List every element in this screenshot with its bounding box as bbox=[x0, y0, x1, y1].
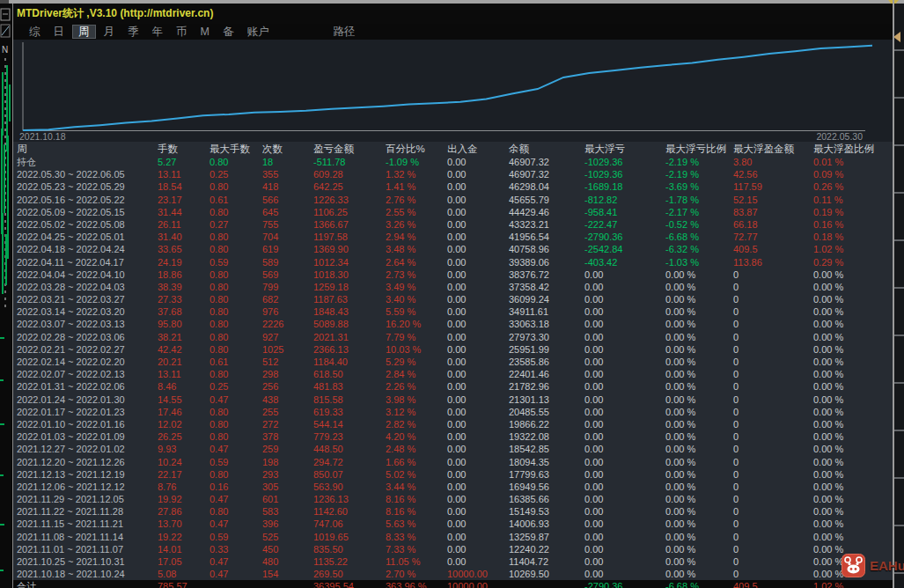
column-header[interactable]: 最大浮盈比例 bbox=[813, 142, 893, 156]
table-row[interactable]: 2022.05.30 ~ 2022.06.0513.110.25355609.2… bbox=[13, 168, 893, 180]
cell: 0.80 bbox=[209, 468, 262, 481]
cell: 40758.96 bbox=[509, 243, 584, 255]
menu-item-日[interactable]: 日 bbox=[48, 25, 70, 39]
table-row[interactable]: 2021.12.27 ~ 2022.01.029.930.47259448.50… bbox=[13, 443, 893, 455]
table-row[interactable]: 2022.03.07 ~ 2022.03.1395.800.8022265089… bbox=[13, 318, 893, 330]
table-row[interactable]: 2022.05.23 ~ 2022.05.2918.540.80418642.2… bbox=[13, 180, 893, 193]
table-row[interactable]: 2022.03.21 ~ 2022.03.2727.330.806821187.… bbox=[13, 293, 893, 305]
menu-item-M[interactable]: M bbox=[195, 25, 215, 39]
menu-item-账户[interactable]: 账户 bbox=[241, 25, 274, 39]
cell: 0.00 bbox=[447, 380, 509, 393]
table-row[interactable]: 2022.05.09 ~ 2022.05.1531.440.806451106.… bbox=[13, 206, 893, 218]
cell: -1.03 % bbox=[665, 256, 733, 268]
column-header[interactable]: 盈亏金额 bbox=[313, 142, 386, 156]
table-row[interactable]: 2022.04.11 ~ 2022.04.1724.190.595891012.… bbox=[13, 256, 893, 268]
menu-item-周[interactable]: 周 bbox=[72, 25, 96, 39]
cell: 2.26 % bbox=[386, 380, 447, 393]
table-row[interactable]: 2021.12.20 ~ 2021.12.2610.240.59198294.7… bbox=[13, 456, 893, 468]
table-row[interactable]: 2022.04.25 ~ 2022.05.0131.400.807041197.… bbox=[13, 231, 893, 243]
table-row[interactable]: 2022.02.14 ~ 2022.02.2020.210.615121184.… bbox=[13, 356, 893, 368]
menu-item-年[interactable]: 年 bbox=[147, 25, 169, 39]
table-row[interactable]: 2022.02.07 ~ 2022.02.1313.110.80298618.5… bbox=[13, 368, 893, 380]
cell: 41956.54 bbox=[509, 231, 584, 243]
table-row[interactable]: 2022.05.16 ~ 2022.05.2223.170.615661226.… bbox=[13, 194, 893, 206]
menu-item-季[interactable]: 季 bbox=[122, 25, 144, 39]
cell: 2022.01.03 ~ 2022.01.09 bbox=[17, 430, 158, 443]
column-header[interactable]: 最大浮盈金额 bbox=[733, 142, 813, 156]
table-row[interactable]: 2021.11.01 ~ 2021.11.0714.010.33450835.5… bbox=[13, 543, 893, 555]
cell: 0 bbox=[733, 505, 813, 518]
menu-item-备[interactable]: 备 bbox=[217, 25, 239, 39]
cell: 5.02 % bbox=[386, 468, 447, 481]
table-row[interactable]: 2022.01.31 ~ 2022.02.068.460.25256481.83… bbox=[13, 380, 893, 393]
table-row[interactable]: 2021.11.08 ~ 2021.11.1419.220.595251019.… bbox=[13, 531, 893, 543]
cell: 17.46 bbox=[158, 406, 209, 418]
cell: 27973.30 bbox=[509, 331, 584, 343]
table-row[interactable]: 2022.02.28 ~ 2022.03.0638.210.809272021.… bbox=[13, 331, 893, 343]
cell: 976 bbox=[262, 305, 313, 318]
cell: 2.94 % bbox=[386, 231, 447, 243]
cell: 0.00 % bbox=[813, 493, 893, 505]
table-row[interactable]: 2022.03.14 ~ 2022.03.2037.680.809761848.… bbox=[13, 305, 893, 318]
cell: 36395.54 bbox=[313, 580, 386, 588]
table-row[interactable]: 2022.04.18 ~ 2022.04.2433.650.806191369.… bbox=[13, 243, 893, 255]
table-row[interactable]: 2021.11.22 ~ 2021.11.2827.860.805831142.… bbox=[13, 505, 893, 518]
scroll-marker-icon bbox=[893, 32, 900, 42]
table-row[interactable]: 2022.02.21 ~ 2022.02.2742.420.8010252366… bbox=[13, 343, 893, 356]
cell: 0.00 bbox=[447, 218, 509, 231]
table-row[interactable]: 2021.12.06 ~ 2021.12.128.760.16305563.90… bbox=[13, 481, 893, 493]
table-row[interactable]: 2022.01.03 ~ 2022.01.0926.250.80378779.2… bbox=[13, 430, 893, 443]
cell: 1197.58 bbox=[313, 231, 386, 243]
cell: 0.00 % bbox=[813, 293, 893, 305]
cell: 0.00 % bbox=[813, 418, 893, 430]
table-row[interactable]: 2021.12.13 ~ 2021.12.1922.170.80293850.0… bbox=[13, 468, 893, 481]
table-row[interactable]: 2021.11.15 ~ 2021.11.2113.700.47396747.0… bbox=[13, 518, 893, 530]
column-header[interactable]: 周 bbox=[17, 142, 158, 156]
cell: 3.44 % bbox=[386, 481, 447, 493]
cell: 0.00 bbox=[584, 493, 665, 505]
menu-item-综[interactable]: 综 bbox=[24, 25, 46, 39]
cell: 1184.40 bbox=[313, 356, 386, 368]
column-header[interactable]: 百分比% bbox=[386, 142, 447, 156]
table-row[interactable]: 2021.11.29 ~ 2021.12.0519.920.476011236.… bbox=[13, 493, 893, 505]
cell: 0.00 % bbox=[813, 505, 893, 518]
column-header[interactable]: 最大浮亏比例 bbox=[665, 142, 733, 156]
table-row[interactable]: 合计785.5736395.54363.96 %10000.00-2790.36… bbox=[13, 580, 893, 588]
menu-item-月[interactable]: 月 bbox=[99, 25, 121, 39]
title-bar[interactable]: MTDriver统计 ,V3.10 (http://mtdriver.cn) bbox=[13, 4, 893, 24]
column-header[interactable]: 次数 bbox=[262, 142, 313, 156]
cell: 10269.50 bbox=[509, 568, 584, 580]
cell: 0.80 bbox=[209, 281, 262, 293]
table-row[interactable]: 2022.05.02 ~ 2022.05.0826.110.277551366.… bbox=[13, 218, 893, 231]
table-row[interactable]: 持仓5.270.8018-511.78-1.09 %0.0046907.32-1… bbox=[13, 156, 893, 168]
table-row[interactable]: 2021.10.18 ~ 2021.10.245.080.47154269.50… bbox=[13, 568, 893, 580]
cell: 2022.02.21 ~ 2022.02.27 bbox=[17, 343, 158, 356]
column-header[interactable]: 余额 bbox=[509, 142, 584, 156]
table-row[interactable]: 2021.10.25 ~ 2021.10.3117.050.474801135.… bbox=[13, 555, 893, 568]
cell: 46907.32 bbox=[509, 168, 584, 180]
table-row[interactable]: 2022.01.10 ~ 2022.01.1612.020.80272544.1… bbox=[13, 418, 893, 430]
table-row[interactable]: 2022.04.04 ~ 2022.04.1018.860.805691018.… bbox=[13, 268, 893, 281]
column-header[interactable]: 最大手数 bbox=[209, 142, 262, 156]
column-header[interactable]: 出入金 bbox=[447, 142, 509, 156]
cell: 0.00 % bbox=[665, 331, 733, 343]
menu-item-path[interactable]: 路径 bbox=[327, 25, 360, 39]
cell: 0.00 % bbox=[665, 543, 733, 555]
column-header[interactable]: 最大浮亏 bbox=[584, 142, 665, 156]
cell: 8.46 bbox=[158, 380, 209, 393]
menu-bar: 综日周月季年币M备账户路径 bbox=[13, 24, 893, 40]
menu-item-币[interactable]: 币 bbox=[171, 25, 193, 39]
cell: 0 bbox=[733, 568, 813, 580]
cell: 0.00 bbox=[584, 568, 665, 580]
cell: 13.11 bbox=[158, 368, 209, 380]
table-row[interactable]: 2022.03.28 ~ 2022.04.0338.390.807991259.… bbox=[13, 281, 893, 293]
cell: 0.00 bbox=[447, 418, 509, 430]
cell: -222.47 bbox=[584, 218, 665, 231]
cell: 2021.11.08 ~ 2021.11.14 bbox=[17, 531, 158, 543]
cell: 1.02 % bbox=[813, 243, 893, 255]
cell: 0.00 bbox=[447, 443, 509, 455]
equity-chart bbox=[13, 40, 893, 142]
table-row[interactable]: 2022.01.17 ~ 2022.01.2317.460.80255619.3… bbox=[13, 406, 893, 418]
column-header[interactable]: 手数 bbox=[158, 142, 209, 156]
table-row[interactable]: 2022.01.24 ~ 2022.01.3014.550.47438815.5… bbox=[13, 393, 893, 406]
